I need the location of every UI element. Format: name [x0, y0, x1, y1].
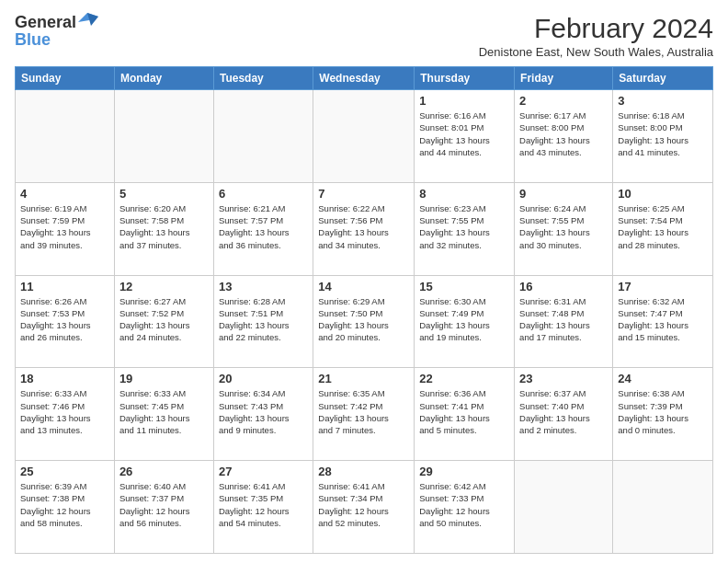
location: Denistone East, New South Wales, Austral…: [479, 45, 713, 59]
day-info: Sunrise: 6:30 AM Sunset: 7:49 PM Dayligh…: [419, 295, 509, 344]
calendar-cell: [313, 90, 415, 183]
day-info: Sunrise: 6:39 AM Sunset: 7:38 PM Dayligh…: [20, 480, 109, 529]
day-number: 19: [119, 372, 209, 385]
day-info: Sunrise: 6:33 AM Sunset: 7:45 PM Dayligh…: [119, 387, 209, 436]
weekday-header-thursday: Thursday: [415, 67, 515, 90]
weekday-header-tuesday: Tuesday: [213, 67, 313, 90]
day-number: 25: [20, 465, 109, 478]
day-info: Sunrise: 6:41 AM Sunset: 7:35 PM Dayligh…: [219, 480, 308, 529]
calendar-cell: 8Sunrise: 6:23 AM Sunset: 7:55 PM Daylig…: [415, 182, 515, 275]
day-number: 7: [318, 187, 409, 201]
day-info: Sunrise: 6:41 AM Sunset: 7:34 PM Dayligh…: [318, 480, 409, 529]
day-number: 24: [618, 372, 708, 385]
calendar-cell: 1Sunrise: 6:16 AM Sunset: 8:01 PM Daylig…: [415, 90, 515, 183]
calendar-body: 1Sunrise: 6:16 AM Sunset: 8:01 PM Daylig…: [16, 90, 713, 554]
calendar-cell: 29Sunrise: 6:42 AM Sunset: 7:33 PM Dayli…: [415, 461, 515, 554]
calendar-cell: 12Sunrise: 6:27 AM Sunset: 7:52 PM Dayli…: [114, 275, 213, 368]
calendar-cell: 28Sunrise: 6:41 AM Sunset: 7:34 PM Dayli…: [313, 461, 415, 554]
day-info: Sunrise: 6:32 AM Sunset: 7:47 PM Dayligh…: [618, 295, 708, 344]
calendar-cell: 17Sunrise: 6:32 AM Sunset: 7:47 PM Dayli…: [613, 275, 713, 368]
day-info: Sunrise: 6:16 AM Sunset: 8:01 PM Dayligh…: [419, 109, 509, 158]
day-number: 15: [419, 280, 509, 293]
calendar-cell: 26Sunrise: 6:40 AM Sunset: 7:37 PM Dayli…: [114, 461, 213, 554]
weekday-header-sunday: Sunday: [16, 67, 115, 90]
day-info: Sunrise: 6:21 AM Sunset: 7:57 PM Dayligh…: [219, 202, 308, 251]
day-number: 27: [219, 465, 308, 478]
calendar-cell: 11Sunrise: 6:26 AM Sunset: 7:53 PM Dayli…: [16, 275, 115, 368]
calendar-cell: 21Sunrise: 6:35 AM Sunset: 7:42 PM Dayli…: [313, 368, 415, 461]
day-info: Sunrise: 6:37 AM Sunset: 7:40 PM Dayligh…: [519, 387, 608, 436]
day-info: Sunrise: 6:25 AM Sunset: 7:54 PM Dayligh…: [618, 202, 708, 251]
day-number: 1: [419, 94, 509, 108]
day-info: Sunrise: 6:28 AM Sunset: 7:51 PM Dayligh…: [219, 295, 308, 344]
day-info: Sunrise: 6:24 AM Sunset: 7:55 PM Dayligh…: [519, 202, 608, 251]
calendar-cell: 20Sunrise: 6:34 AM Sunset: 7:43 PM Dayli…: [213, 368, 313, 461]
calendar-cell: 27Sunrise: 6:41 AM Sunset: 7:35 PM Dayli…: [213, 461, 313, 554]
calendar-cell: 7Sunrise: 6:22 AM Sunset: 7:56 PM Daylig…: [313, 182, 415, 275]
calendar-cell: 2Sunrise: 6:17 AM Sunset: 8:00 PM Daylig…: [515, 90, 613, 183]
weekday-header-wednesday: Wednesday: [313, 67, 415, 90]
day-number: 23: [519, 372, 608, 385]
day-info: Sunrise: 6:38 AM Sunset: 7:39 PM Dayligh…: [618, 387, 708, 436]
day-number: 18: [20, 372, 109, 385]
calendar-cell: 24Sunrise: 6:38 AM Sunset: 7:39 PM Dayli…: [613, 368, 713, 461]
calendar-cell: 25Sunrise: 6:39 AM Sunset: 7:38 PM Dayli…: [16, 461, 115, 554]
day-number: 13: [219, 280, 308, 293]
logo-blue: Blue: [15, 30, 51, 50]
calendar-cell: 13Sunrise: 6:28 AM Sunset: 7:51 PM Dayli…: [213, 275, 313, 368]
day-number: 20: [219, 372, 308, 385]
calendar-week-1: 1Sunrise: 6:16 AM Sunset: 8:01 PM Daylig…: [16, 90, 713, 183]
calendar-cell: [515, 461, 613, 554]
day-info: Sunrise: 6:33 AM Sunset: 7:46 PM Dayligh…: [20, 387, 109, 436]
calendar-cell: 19Sunrise: 6:33 AM Sunset: 7:45 PM Dayli…: [114, 368, 213, 461]
calendar-cell: 18Sunrise: 6:33 AM Sunset: 7:46 PM Dayli…: [16, 368, 115, 461]
day-number: 2: [519, 94, 608, 108]
day-info: Sunrise: 6:27 AM Sunset: 7:52 PM Dayligh…: [119, 295, 209, 344]
day-info: Sunrise: 6:17 AM Sunset: 8:00 PM Dayligh…: [519, 109, 608, 158]
day-number: 28: [318, 465, 409, 478]
day-info: Sunrise: 6:19 AM Sunset: 7:59 PM Dayligh…: [20, 202, 109, 251]
weekday-header-saturday: Saturday: [613, 67, 713, 90]
day-info: Sunrise: 6:29 AM Sunset: 7:50 PM Dayligh…: [318, 295, 409, 344]
day-number: 9: [519, 187, 608, 201]
day-info: Sunrise: 6:18 AM Sunset: 8:00 PM Dayligh…: [618, 109, 708, 158]
calendar-cell: 16Sunrise: 6:31 AM Sunset: 7:48 PM Dayli…: [515, 275, 613, 368]
calendar-cell: 3Sunrise: 6:18 AM Sunset: 8:00 PM Daylig…: [613, 90, 713, 183]
calendar-cell: [16, 90, 115, 183]
day-info: Sunrise: 6:26 AM Sunset: 7:53 PM Dayligh…: [20, 295, 109, 344]
logo-bird-icon: [78, 13, 98, 29]
calendar-table: SundayMondayTuesdayWednesdayThursdayFrid…: [15, 66, 713, 554]
day-info: Sunrise: 6:20 AM Sunset: 7:58 PM Dayligh…: [119, 202, 209, 251]
day-number: 5: [119, 187, 209, 201]
day-number: 26: [119, 465, 209, 478]
calendar-cell: 9Sunrise: 6:24 AM Sunset: 7:55 PM Daylig…: [515, 182, 613, 275]
day-number: 10: [618, 187, 708, 201]
calendar-week-4: 18Sunrise: 6:33 AM Sunset: 7:46 PM Dayli…: [16, 368, 713, 461]
day-info: Sunrise: 6:23 AM Sunset: 7:55 PM Dayligh…: [419, 202, 509, 251]
day-number: 12: [119, 280, 209, 293]
calendar-cell: 15Sunrise: 6:30 AM Sunset: 7:49 PM Dayli…: [415, 275, 515, 368]
day-info: Sunrise: 6:36 AM Sunset: 7:41 PM Dayligh…: [419, 387, 509, 436]
calendar-cell: 4Sunrise: 6:19 AM Sunset: 7:59 PM Daylig…: [16, 182, 115, 275]
calendar-header-row: SundayMondayTuesdayWednesdayThursdayFrid…: [16, 67, 713, 90]
weekday-header-friday: Friday: [515, 67, 613, 90]
month-title: February 2024: [479, 13, 713, 43]
day-number: 6: [219, 187, 308, 201]
day-info: Sunrise: 6:40 AM Sunset: 7:37 PM Dayligh…: [119, 480, 209, 529]
day-number: 3: [618, 94, 708, 108]
calendar-cell: [613, 461, 713, 554]
logo: General Blue: [15, 13, 98, 50]
day-number: 11: [20, 280, 109, 293]
day-info: Sunrise: 6:34 AM Sunset: 7:43 PM Dayligh…: [219, 387, 308, 436]
day-info: Sunrise: 6:42 AM Sunset: 7:33 PM Dayligh…: [419, 480, 509, 529]
day-number: 22: [419, 372, 509, 385]
day-number: 16: [519, 280, 608, 293]
calendar-cell: [114, 90, 213, 183]
calendar-week-3: 11Sunrise: 6:26 AM Sunset: 7:53 PM Dayli…: [16, 275, 713, 368]
title-block: February 2024 Denistone East, New South …: [479, 13, 713, 59]
page-header: General Blue February 2024 Denistone Eas…: [15, 13, 713, 59]
calendar-cell: 14Sunrise: 6:29 AM Sunset: 7:50 PM Dayli…: [313, 275, 415, 368]
day-number: 8: [419, 187, 509, 201]
logo-general: General: [15, 13, 76, 32]
day-number: 17: [618, 280, 708, 293]
